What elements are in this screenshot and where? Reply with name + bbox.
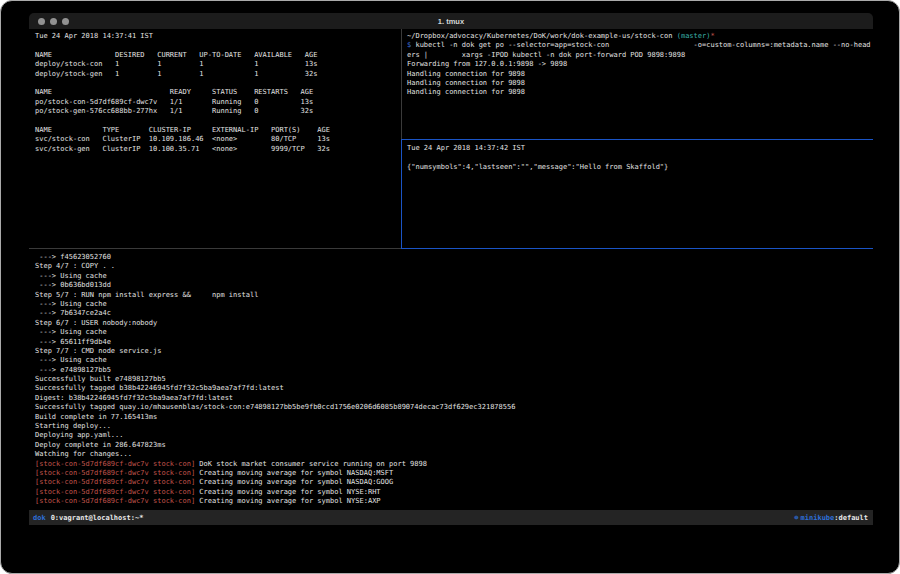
terminal-line: [stock-con-5d7df689cf-dwc7v stock-con] C… (35, 488, 871, 497)
terminal-line: Forwarding from 127.0.0.1:9898 -> 9898 (407, 60, 871, 69)
pane-divider-vertical-top[interactable] (401, 29, 402, 139)
pane-divider-horizontal-left[interactable] (29, 248, 401, 249)
terminal-line: NAME READY STATUS RESTARTS AGE (35, 88, 399, 97)
terminal-line: Digest: b38b42246945fd7f32c5ba9aea7af7fd… (35, 394, 871, 403)
terminal-line: ---> 0b636bd013dd (35, 281, 871, 290)
session-name[interactable]: dok (33, 514, 46, 522)
terminal-line: ---> Using cache (35, 328, 871, 337)
terminal-line: ---> Using cache (35, 272, 871, 281)
status-right: ☸ minikube :default (794, 514, 868, 522)
terminal-line: svc/stock-gen ClusterIP 10.100.35.71 <no… (35, 145, 399, 154)
terminal-line: ---> Using cache (35, 300, 871, 309)
terminal-line: Watching for changes... (35, 450, 871, 459)
terminal-line: Tue 24 Apr 2018 14:37:42 IST (407, 144, 871, 153)
window-title: 1. tmux (29, 17, 873, 26)
window-titlebar[interactable]: 1. tmux (29, 13, 873, 29)
terminal-window: 1. tmux Tue 24 Apr 2018 14:37:41 IST NAM… (0, 0, 900, 574)
terminal-line: deploy/stock-gen 1 1 1 1 32s (35, 70, 399, 79)
terminal-line: po/stock-gen-576cc688bb-277hx 1/1 Runnin… (35, 107, 399, 116)
terminal-line: deploy/stock-con 1 1 1 1 13s (35, 60, 399, 69)
terminal-line: [stock-con-5d7df689cf-dwc7v stock-con] D… (35, 460, 871, 469)
terminal-line (35, 41, 399, 50)
terminal-line: [stock-con-5d7df689cf-dwc7v stock-con] C… (35, 469, 871, 478)
kubernetes-helm-icon: ☸ (794, 514, 798, 522)
terminal-line: Step 6/7 : USER nobody:nobody (35, 319, 871, 328)
terminal-line: Successfully built e74898127bb5 (35, 375, 871, 384)
terminal-line: {"numsymbols":4,"lastseen":"","message":… (407, 163, 871, 172)
pane-curl-output[interactable]: Tue 24 Apr 2018 14:37:42 IST {"numsymbol… (407, 144, 871, 244)
terminal-line: ---> 7b6347ce2a4c (35, 309, 871, 318)
terminal-line: [stock-con-5d7df689cf-dwc7v stock-con] C… (35, 478, 871, 487)
terminal-line: Starting deploy... (35, 422, 871, 431)
terminal-line: NAME TYPE CLUSTER-IP EXTERNAL-IP PORT(S)… (35, 126, 399, 135)
terminal-line: NAME DESIRED CURRENT UP-TO-DATE AVAILABL… (35, 51, 399, 60)
terminal-line: Deploying app.yaml... (35, 431, 871, 440)
tmux-status-bar: dok 0:vagrant@localhost:~* ☸ minikube :d… (29, 510, 873, 525)
terminal-line: svc/stock-con ClusterIP 10.109.186.46 <n… (35, 135, 399, 144)
terminal-line: Step 5/7 : RUN npm install express && np… (35, 291, 871, 300)
terminal-line: ---> e74898127bb5 (35, 366, 871, 375)
terminal-line (35, 79, 399, 88)
terminal-line: Successfully tagged quay.io/mhausenblas/… (35, 403, 871, 412)
pane-divider-horizontal-right-active[interactable] (402, 139, 873, 140)
kube-namespace-label: :default (834, 514, 868, 522)
pane-divider-horizontal-right-bottom-active[interactable] (401, 248, 873, 249)
terminal-line: ers | xargs -IPOD kubectl -n dok port-fo… (407, 51, 871, 60)
terminal-line: $ kubectl -n dok get po --selector=app=s… (407, 41, 871, 50)
terminal-line: [stock-con-5d7df689cf-dwc7v stock-con] C… (35, 497, 871, 506)
terminal-line: po/stock-con-5d7df689cf-dwc7v 1/1 Runnin… (35, 98, 399, 107)
terminal-line: Successfully tagged b38b42246945fd7f32c5… (35, 384, 871, 393)
window-list-item[interactable]: 0:vagrant@localhost:~* (51, 514, 144, 522)
terminal-line: ---> 65611ff9db4e (35, 338, 871, 347)
terminal-line: ---> f45623052760 (35, 253, 871, 262)
terminal-line: Build complete in 77.165413ms (35, 413, 871, 422)
terminal-line: ---> Using cache (35, 356, 871, 365)
terminal-line: Handling connection for 9898 (407, 88, 871, 97)
terminal-line (407, 153, 871, 162)
terminal-line: Deploy complete in 286.647823ms (35, 441, 871, 450)
pane-port-forward[interactable]: ~/Dropbox/advocacy/Kubernetes/DoK/work/d… (407, 32, 871, 136)
kube-context-label: minikube (801, 514, 835, 522)
terminal-line: ~/Dropbox/advocacy/Kubernetes/DoK/work/d… (407, 32, 871, 41)
terminal-line: Step 7/7 : CMD node service.js (35, 347, 871, 356)
terminal-line: Handling connection for 9898 (407, 79, 871, 88)
terminal-line (35, 117, 399, 126)
terminal-line: Tue 24 Apr 2018 14:37:41 IST (35, 32, 399, 41)
pane-divider-vertical-bottom-active[interactable] (401, 139, 402, 249)
terminal-line: Handling connection for 9898 (407, 70, 871, 79)
pane-skaffold-build[interactable]: ---> f45623052760Step 4/7 : COPY . . ---… (35, 253, 871, 507)
pane-kubectl-watch[interactable]: Tue 24 Apr 2018 14:37:41 IST NAME DESIRE… (35, 32, 399, 246)
terminal-line: Step 4/7 : COPY . . (35, 262, 871, 271)
